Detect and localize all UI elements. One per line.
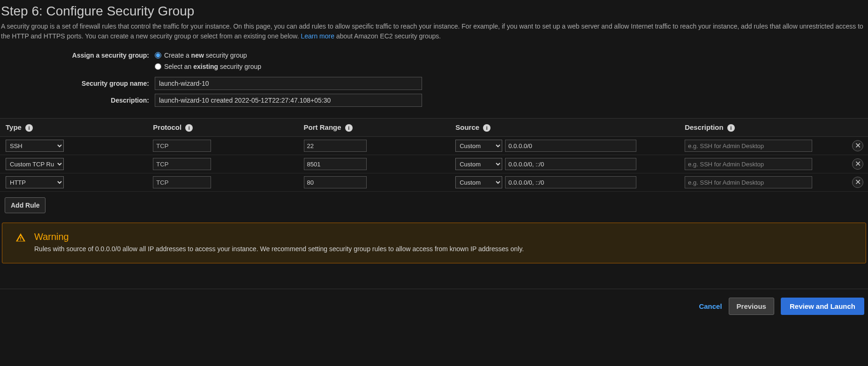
remove-rule-button[interactable]: ✕: [852, 140, 863, 151]
col-header-description: Description i: [679, 119, 843, 137]
source-select[interactable]: Custom: [455, 176, 502, 188]
type-select[interactable]: SSH: [6, 140, 64, 152]
col-header-description-text: Description: [685, 123, 724, 131]
table-row: Custom TCP RuleCustom✕: [0, 155, 868, 173]
radio-create-new-label: Create a new security group: [164, 52, 247, 59]
type-select[interactable]: Custom TCP Rule: [6, 158, 64, 170]
col-header-port-text: Port Range: [304, 123, 341, 131]
radio-existing-post: security group: [218, 63, 261, 70]
col-header-source: Source i: [450, 119, 679, 137]
remove-rule-button[interactable]: ✕: [852, 158, 863, 170]
radio-create-bold: new: [191, 52, 204, 59]
warning-box: Warning Rules with source of 0.0.0.0/0 a…: [2, 223, 866, 263]
col-header-type: Type i: [0, 119, 147, 137]
col-header-protocol: Protocol i: [147, 119, 298, 137]
warning-text: Rules with source of 0.0.0.0/0 allow all…: [34, 245, 524, 253]
add-rule-button[interactable]: Add Rule: [5, 197, 45, 213]
info-icon[interactable]: i: [25, 124, 33, 132]
footer-bar: Cancel Previous Review and Launch: [0, 289, 868, 323]
port-range-input[interactable]: [304, 140, 367, 152]
rule-description-input[interactable]: [685, 140, 812, 152]
info-icon[interactable]: i: [483, 124, 491, 132]
protocol-input: [153, 176, 211, 188]
table-row: SSHCustom✕: [0, 137, 868, 155]
review-and-launch-button[interactable]: Review and Launch: [781, 298, 864, 315]
warning-title: Warning: [34, 232, 524, 242]
col-header-protocol-text: Protocol: [153, 123, 181, 131]
security-group-desc-label: Description:: [0, 97, 155, 104]
protocol-input: [153, 140, 211, 152]
page-title: Step 6: Configure Security Group: [0, 0, 868, 22]
cancel-button[interactable]: Cancel: [699, 302, 722, 310]
radio-create-post: security group: [204, 52, 247, 59]
source-select[interactable]: Custom: [455, 140, 502, 152]
radio-create-new-input[interactable]: [155, 52, 161, 59]
security-group-name-input[interactable]: [155, 77, 422, 90]
radio-existing-pre: Select an: [164, 63, 193, 70]
warning-icon: [15, 232, 26, 253]
remove-rule-button[interactable]: ✕: [852, 177, 863, 188]
source-cidr-input[interactable]: [505, 176, 636, 188]
col-header-port: Port Range i: [298, 119, 450, 137]
source-select[interactable]: Custom: [455, 158, 502, 170]
assign-security-group-label: Assign a security group:: [0, 52, 155, 59]
col-header-type-text: Type: [6, 123, 22, 131]
col-header-source-text: Source: [455, 123, 479, 131]
learn-more-link[interactable]: Learn more: [301, 32, 334, 40]
radio-select-existing-input[interactable]: [155, 63, 161, 70]
port-range-input[interactable]: [304, 158, 367, 170]
rule-description-input[interactable]: [685, 176, 812, 188]
radio-create-new[interactable]: Create a new security group: [155, 52, 247, 59]
port-range-input[interactable]: [304, 176, 367, 188]
info-icon[interactable]: i: [185, 124, 193, 132]
page-description: A security group is a set of firewall ru…: [0, 22, 868, 50]
security-group-name-label: Security group name:: [0, 80, 155, 87]
radio-select-existing[interactable]: Select an existing security group: [155, 63, 261, 70]
protocol-input: [153, 158, 211, 170]
security-group-desc-input[interactable]: [155, 94, 422, 107]
previous-button[interactable]: Previous: [729, 298, 774, 315]
type-select[interactable]: HTTP: [6, 176, 64, 188]
info-icon[interactable]: i: [727, 124, 735, 132]
source-cidr-input[interactable]: [505, 158, 636, 170]
table-row: HTTPCustom✕: [0, 173, 868, 192]
radio-select-existing-label: Select an existing security group: [164, 63, 261, 70]
rule-description-input[interactable]: [685, 158, 812, 170]
page-description-tail: about Amazon EC2 security groups.: [336, 32, 441, 40]
info-icon[interactable]: i: [345, 124, 353, 132]
rules-table: Type i Protocol i Port Range i Source i …: [0, 118, 868, 192]
radio-create-pre: Create a: [164, 52, 191, 59]
source-cidr-input[interactable]: [505, 140, 636, 152]
radio-existing-bold: existing: [193, 63, 218, 70]
